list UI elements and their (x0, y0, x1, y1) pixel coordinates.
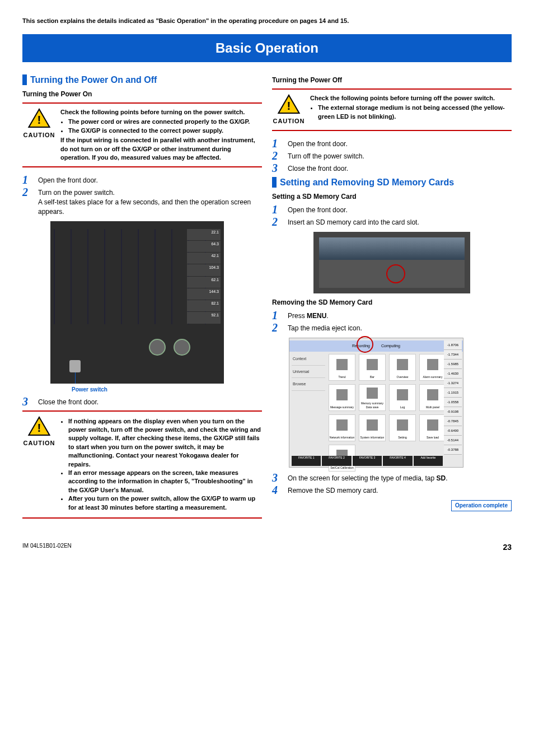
step-rem-4: 4 Remove the SD memory card. (272, 484, 512, 496)
menu-val: -1.3274 (444, 379, 462, 388)
svg-text:!: ! (38, 421, 41, 433)
menu-val: -1.4630 (444, 369, 462, 379)
power-switch-graphic (69, 360, 81, 372)
caution-icon: ! CAUTION (22, 416, 56, 513)
step-number-icon: 2 (272, 322, 282, 333)
step-rem-2: 2 Tap the media eject icon. (272, 322, 512, 333)
step-on-2a: Turn on the power switch. (38, 189, 115, 197)
menu-cell-icon (427, 419, 438, 431)
svg-text:!: ! (287, 99, 291, 112)
menu-side-browse: Browse (292, 378, 325, 391)
menu-cell-icon (427, 389, 438, 400)
step-on-2-text: Turn on the power switch. A self-test ta… (38, 186, 262, 216)
menu-cell-icon (336, 389, 348, 400)
page-title-bar: Basic Operation (22, 34, 512, 62)
step-off-3-text: Close the front door. (288, 162, 512, 174)
sd-keyword: SD (436, 474, 446, 482)
favorite-cell: FAVORITE 2 (322, 456, 351, 466)
menu-side-universal: Universal (292, 366, 325, 379)
menu-cell: System information (359, 414, 386, 441)
step-on-2b: A self-test takes place for a few second… (38, 198, 251, 216)
step-off-2-text: Turn off the power switch. (288, 150, 512, 161)
step-on-3: 3 Close the front door. (22, 396, 262, 407)
caution-3-lead: Check the following points before turnin… (310, 94, 512, 102)
step-off-3: 3 Close the front door. (272, 162, 512, 174)
menu-cell-icon (336, 359, 348, 370)
intro-text: This section explains the details indica… (22, 17, 512, 25)
menu-cell: Memory summary Data save (359, 384, 386, 411)
step-number-icon: 1 (272, 204, 282, 215)
page-number: 23 (503, 542, 512, 553)
step-number-icon: 1 (272, 138, 282, 149)
menu-top-bar: Recording Computing (289, 340, 463, 352)
step-on-1-text: Open the front door. (38, 174, 262, 185)
step-set-2: 2 Insert an SD memory card into the card… (272, 216, 512, 227)
power-switch-label: Power switch (72, 386, 107, 394)
menu-cell-icon (336, 419, 348, 431)
step-rem-3: 3 On the screen for selecting the type o… (272, 472, 512, 483)
page-footer: IM 04L51B01-02EN 23 (22, 542, 512, 553)
menu-cell: Overview (389, 354, 416, 381)
favorite-cell: FAVORITE 4 (383, 456, 412, 466)
caution-box-2: ! CAUTION If nothing appears on the disp… (22, 410, 262, 519)
menu-cell-icon (367, 388, 378, 399)
step-rem-3-c: . (446, 474, 447, 482)
sd-insert-image (313, 232, 470, 293)
step-on-1: 1 Open the front door. (22, 174, 262, 185)
menu-val: -1.0558 (444, 398, 462, 407)
caution-2-bullet-1: If nothing appears on the display even w… (68, 417, 262, 469)
content-columns: Turning the Power On and Off Turning the… (22, 71, 512, 525)
caution-icon: ! CAUTION (272, 94, 306, 125)
trend-val: 64.3 (187, 241, 221, 252)
menu-grid: Trend Bar Overview Alarm summary Message… (329, 354, 457, 472)
menu-side-context: Context (292, 353, 325, 366)
step-off-1: 1 Open the front door. (272, 138, 512, 149)
step-number-icon: 4 (272, 484, 282, 496)
menu-val: -0.3788 (444, 445, 462, 455)
subheading-remove-sd: Removing the SD Memory Card (272, 298, 512, 307)
menu-cell-icon (397, 359, 408, 370)
subheading-power-on: Turning the Power On (22, 90, 262, 99)
step-number-icon: 3 (272, 162, 282, 174)
menu-cell: Trend (329, 354, 355, 381)
trend-val: 92.1 (187, 312, 221, 323)
step-off-2: 2 Turn off the power switch. (272, 150, 512, 161)
caution-2-bullet-2: If an error message appears on the scree… (68, 469, 262, 494)
caution-3-bullet-1: The external storage medium is not being… (318, 104, 512, 121)
operation-complete-badge: Operation complete (451, 500, 512, 511)
menu-right-values: -1.8706 -1.7344 -1.5985 -1.4630 -1.3274 … (444, 340, 462, 455)
right-column: Turning the Power Off ! CAUTION Check th… (272, 71, 512, 525)
menu-side-tabs: Context Universal Browse (292, 353, 325, 391)
caution-label: CAUTION (272, 117, 306, 125)
menu-val: -1.7344 (444, 350, 462, 360)
menu-val: -0.9198 (444, 407, 462, 417)
step-rem-3-a: On the screen for selecting the type of … (288, 474, 436, 482)
step-rem-2-text: Tap the media eject icon. (288, 322, 512, 333)
trend-val: 62.1 (187, 277, 221, 288)
sd-callout-circle (386, 264, 405, 283)
step-set-1: 1 Open the front door. (272, 204, 512, 215)
menu-val: -0.7845 (444, 417, 462, 426)
trend-values: 22.1 64.3 42.1 104.3 62.1 144.3 82.1 92.… (187, 229, 221, 324)
trend-val: 42.1 (187, 253, 221, 264)
step-rem-3-text: On the screen for selecting the type of … (288, 472, 512, 483)
menu-cell-icon (367, 419, 378, 431)
caution-2-text: If nothing appears on the display even w… (60, 416, 262, 513)
menu-val: -0.5144 (444, 436, 462, 445)
trend-val: 82.1 (187, 300, 221, 311)
menu-cell: Log (389, 384, 416, 411)
menu-keyword: MENU (307, 312, 326, 320)
step-rem-1: 1 Press MENU. (272, 310, 512, 321)
menu-cell: Save load (419, 414, 446, 441)
step-rem-1-text: Press MENU. (288, 310, 512, 321)
caution-3-text: Check the following points before turnin… (310, 94, 512, 125)
caution-1-text: Check the following points before turnin… (60, 108, 262, 162)
doc-number: IM 04L51B01-02EN (22, 542, 72, 553)
favorite-cell: Add favorite (414, 456, 443, 466)
step-number-icon: 2 (272, 150, 282, 161)
favorite-cell: FAVORITE 1 (292, 456, 321, 466)
svg-text:!: ! (38, 113, 41, 126)
device-body (319, 237, 465, 260)
menu-cell: Bar (359, 354, 386, 381)
menu-cell: Message summary (329, 384, 355, 411)
